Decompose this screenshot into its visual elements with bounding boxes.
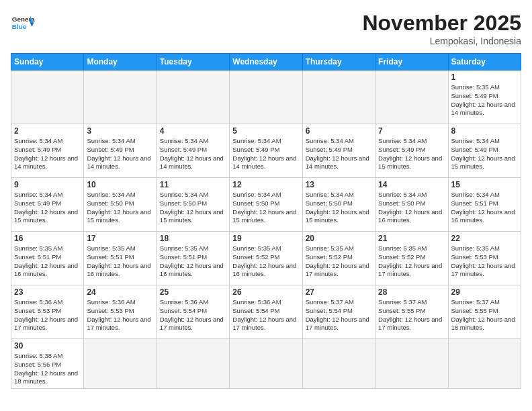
day-number: 6 [306, 126, 372, 136]
column-header-saturday: Saturday [448, 54, 521, 71]
day-number: 1 [451, 73, 518, 82]
calendar-cell: 11Sunrise: 5:34 AM Sunset: 5:50 PM Dayli… [157, 178, 229, 232]
calendar-cell: 5Sunrise: 5:34 AM Sunset: 5:49 PM Daylig… [230, 124, 302, 178]
calendar-cell: 10Sunrise: 5:34 AM Sunset: 5:50 PM Dayli… [84, 178, 157, 232]
day-number: 9 [14, 180, 81, 189]
calendar-cell [84, 339, 157, 389]
cell-info: Sunrise: 5:34 AM Sunset: 5:49 PM Dayligh… [14, 137, 81, 171]
calendar-cell [157, 339, 229, 389]
day-number: 11 [160, 180, 226, 189]
page-header: General Blue November 2025 Lempokasi, In… [11, 11, 521, 46]
cell-info: Sunrise: 5:36 AM Sunset: 5:53 PM Dayligh… [14, 298, 81, 332]
day-number: 18 [160, 234, 226, 243]
svg-marker-3 [30, 23, 34, 26]
column-header-friday: Friday [375, 54, 448, 71]
cell-info: Sunrise: 5:37 AM Sunset: 5:55 PM Dayligh… [378, 298, 445, 332]
calendar-header-row: SundayMondayTuesdayWednesdayThursdayFrid… [11, 54, 521, 71]
day-number: 4 [160, 126, 226, 136]
day-number: 30 [14, 341, 81, 351]
cell-info: Sunrise: 5:36 AM Sunset: 5:54 PM Dayligh… [232, 298, 299, 332]
day-number: 13 [306, 180, 372, 189]
cell-info: Sunrise: 5:34 AM Sunset: 5:49 PM Dayligh… [14, 191, 81, 225]
day-number: 7 [378, 126, 445, 136]
calendar-cell: 1Sunrise: 5:35 AM Sunset: 5:49 PM Daylig… [448, 71, 521, 124]
month-year-title: November 2025 [362, 11, 521, 36]
day-number: 2 [14, 126, 81, 136]
calendar-cell: 13Sunrise: 5:34 AM Sunset: 5:50 PM Dayli… [302, 178, 375, 232]
day-number: 22 [451, 234, 518, 243]
cell-info: Sunrise: 5:35 AM Sunset: 5:52 PM Dayligh… [232, 244, 299, 279]
day-number: 25 [160, 287, 226, 297]
calendar-cell: 12Sunrise: 5:34 AM Sunset: 5:50 PM Dayli… [230, 178, 302, 232]
column-header-sunday: Sunday [11, 54, 84, 71]
cell-info: Sunrise: 5:35 AM Sunset: 5:51 PM Dayligh… [160, 244, 226, 279]
calendar-cell: 8Sunrise: 5:34 AM Sunset: 5:49 PM Daylig… [448, 124, 521, 178]
svg-text:Blue: Blue [12, 23, 27, 30]
column-header-thursday: Thursday [302, 54, 375, 71]
calendar-cell [302, 71, 375, 124]
location-subtitle: Lempokasi, Indonesia [362, 36, 521, 46]
calendar-cell [11, 71, 84, 124]
cell-info: Sunrise: 5:34 AM Sunset: 5:50 PM Dayligh… [306, 191, 372, 225]
calendar-cell: 26Sunrise: 5:36 AM Sunset: 5:54 PM Dayli… [230, 285, 302, 339]
cell-info: Sunrise: 5:34 AM Sunset: 5:50 PM Dayligh… [378, 191, 445, 225]
day-number: 8 [451, 126, 518, 136]
day-number: 16 [14, 234, 81, 243]
calendar-cell: 18Sunrise: 5:35 AM Sunset: 5:51 PM Dayli… [157, 232, 229, 285]
calendar-cell: 7Sunrise: 5:34 AM Sunset: 5:49 PM Daylig… [375, 124, 448, 178]
title-block: November 2025 Lempokasi, Indonesia [362, 11, 521, 46]
day-number: 5 [232, 126, 299, 136]
calendar-cell [375, 339, 448, 389]
calendar-cell [448, 339, 521, 389]
cell-info: Sunrise: 5:35 AM Sunset: 5:52 PM Dayligh… [306, 244, 372, 279]
calendar-cell [84, 71, 157, 124]
calendar-cell: 9Sunrise: 5:34 AM Sunset: 5:49 PM Daylig… [11, 178, 84, 232]
calendar-table: SundayMondayTuesdayWednesdayThursdayFrid… [11, 53, 521, 389]
calendar-cell: 15Sunrise: 5:34 AM Sunset: 5:51 PM Dayli… [448, 178, 521, 232]
cell-info: Sunrise: 5:34 AM Sunset: 5:49 PM Dayligh… [87, 137, 153, 171]
day-number: 17 [87, 234, 153, 243]
day-number: 28 [378, 287, 445, 297]
calendar-cell: 22Sunrise: 5:35 AM Sunset: 5:53 PM Dayli… [448, 232, 521, 285]
calendar-cell: 14Sunrise: 5:34 AM Sunset: 5:50 PM Dayli… [375, 178, 448, 232]
logo-icon: General Blue [11, 11, 35, 35]
calendar-cell [230, 339, 302, 389]
day-number: 14 [378, 180, 445, 189]
cell-info: Sunrise: 5:34 AM Sunset: 5:50 PM Dayligh… [87, 191, 153, 225]
calendar-cell: 28Sunrise: 5:37 AM Sunset: 5:55 PM Dayli… [375, 285, 448, 339]
day-number: 29 [451, 287, 518, 297]
calendar-cell: 17Sunrise: 5:35 AM Sunset: 5:51 PM Dayli… [84, 232, 157, 285]
calendar-cell [157, 71, 229, 124]
day-number: 3 [87, 126, 153, 136]
cell-info: Sunrise: 5:36 AM Sunset: 5:54 PM Dayligh… [160, 298, 226, 332]
day-number: 10 [87, 180, 153, 189]
column-header-monday: Monday [84, 54, 157, 71]
cell-info: Sunrise: 5:38 AM Sunset: 5:56 PM Dayligh… [14, 352, 81, 386]
calendar-cell: 3Sunrise: 5:34 AM Sunset: 5:49 PM Daylig… [84, 124, 157, 178]
calendar-cell: 6Sunrise: 5:34 AM Sunset: 5:49 PM Daylig… [302, 124, 375, 178]
calendar-cell: 23Sunrise: 5:36 AM Sunset: 5:53 PM Dayli… [11, 285, 84, 339]
cell-info: Sunrise: 5:35 AM Sunset: 5:53 PM Dayligh… [451, 244, 518, 279]
day-number: 20 [306, 234, 372, 243]
calendar-cell [230, 71, 302, 124]
column-header-tuesday: Tuesday [157, 54, 229, 71]
cell-info: Sunrise: 5:34 AM Sunset: 5:50 PM Dayligh… [160, 191, 226, 225]
cell-info: Sunrise: 5:34 AM Sunset: 5:49 PM Dayligh… [160, 137, 226, 171]
cell-info: Sunrise: 5:34 AM Sunset: 5:49 PM Dayligh… [451, 137, 518, 171]
day-number: 15 [451, 180, 518, 189]
calendar-cell: 30Sunrise: 5:38 AM Sunset: 5:56 PM Dayli… [11, 339, 84, 389]
cell-info: Sunrise: 5:35 AM Sunset: 5:51 PM Dayligh… [14, 244, 81, 279]
day-number: 26 [232, 287, 299, 297]
calendar-cell [375, 71, 448, 124]
cell-info: Sunrise: 5:37 AM Sunset: 5:55 PM Dayligh… [451, 298, 518, 332]
cell-info: Sunrise: 5:35 AM Sunset: 5:49 PM Dayligh… [451, 83, 518, 118]
cell-info: Sunrise: 5:34 AM Sunset: 5:51 PM Dayligh… [451, 191, 518, 225]
calendar-cell: 4Sunrise: 5:34 AM Sunset: 5:49 PM Daylig… [157, 124, 229, 178]
day-number: 21 [378, 234, 445, 243]
calendar-cell: 21Sunrise: 5:35 AM Sunset: 5:52 PM Dayli… [375, 232, 448, 285]
cell-info: Sunrise: 5:35 AM Sunset: 5:51 PM Dayligh… [87, 244, 153, 279]
calendar-cell: 25Sunrise: 5:36 AM Sunset: 5:54 PM Dayli… [157, 285, 229, 339]
day-number: 27 [306, 287, 372, 297]
day-number: 24 [87, 287, 153, 297]
calendar-cell: 19Sunrise: 5:35 AM Sunset: 5:52 PM Dayli… [230, 232, 302, 285]
